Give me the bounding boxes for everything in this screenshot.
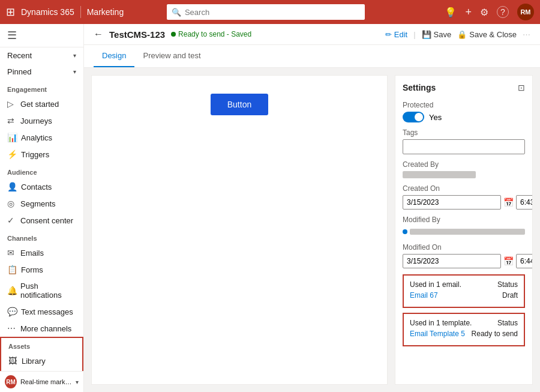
edit-button[interactable]: ✏ Edit [385, 30, 407, 39]
email-67-link[interactable]: Email 67 [410, 291, 438, 300]
tabs-bar: Design Preview and test [84, 45, 540, 68]
settings-title: Settings [403, 83, 436, 92]
bottom-caret[interactable]: ▾ [76, 379, 79, 385]
modified-by-label: Modified By [403, 216, 525, 224]
brand-name: Dynamics 365 [21, 7, 74, 17]
sidebar-recent[interactable]: Recent ▾ [0, 47, 83, 64]
settings-panel: Settings ⊡ Protected Yes Tags Created By [395, 75, 533, 385]
add-icon[interactable]: + [465, 6, 472, 19]
usage-template-status-header: Status [497, 319, 518, 327]
journeys-icon: ⇄ [7, 116, 17, 125]
save-button[interactable]: 💾 Save [422, 30, 452, 39]
forms-icon: 📋 [7, 265, 17, 274]
protected-toggle[interactable] [403, 112, 424, 122]
edit-icon: ✏ [385, 30, 392, 39]
email-template-5-link[interactable]: Email Template 5 [410, 330, 465, 338]
search-icon: 🔍 [172, 8, 181, 17]
user-avatar[interactable]: RM [517, 4, 534, 20]
sidebar-item-push-notifications[interactable]: 🔔 Push notifications [0, 278, 83, 303]
sidebar-pinned[interactable]: Pinned ▾ [0, 64, 83, 80]
modified-date-icon[interactable]: 📅 [503, 256, 514, 266]
channels-section: Channels [0, 229, 83, 244]
tags-label: Tags [403, 128, 525, 137]
tab-preview[interactable]: Preview and test [134, 45, 209, 67]
status-badge: Ready to send - Saved [171, 30, 251, 38]
settings-header: Settings ⊡ [403, 83, 525, 92]
sidebar-item-text-messages[interactable]: 💬 Text messages [0, 303, 83, 320]
usage-box-email: Used in 1 email. Status Email 67 Draft [403, 274, 525, 308]
settings-expand-icon[interactable]: ⊡ [518, 83, 525, 92]
sidebar-item-more-channels[interactable]: ⋯ More channels [0, 320, 83, 337]
created-date-input[interactable] [403, 195, 501, 210]
created-date-icon[interactable]: 📅 [503, 198, 514, 207]
app-name: Marketing [87, 7, 124, 17]
more-actions-icon[interactable]: ⋯ [523, 30, 530, 39]
back-button[interactable]: ← [94, 29, 103, 40]
created-time-input[interactable] [516, 195, 533, 210]
created-on-label: Created On [403, 184, 525, 193]
sidebar-item-forms[interactable]: 📋 Forms [0, 261, 83, 278]
assets-section: Assets [1, 338, 82, 352]
search-box[interactable]: 🔍 [167, 4, 365, 20]
usage-email-header-row: Used in 1 email. Status [410, 280, 518, 289]
segments-icon: ◎ [7, 199, 17, 208]
sidebar-item-get-started[interactable]: ▷ Get started [0, 95, 83, 112]
tags-input[interactable] [403, 139, 525, 154]
more-channels-icon: ⋯ [7, 324, 17, 333]
tab-design[interactable]: Design [94, 45, 134, 67]
top-nav: ⊞ Dynamics 365 Marketing 🔍 💡 + ⚙ ? RM [0, 0, 540, 24]
push-icon: 🔔 [7, 286, 17, 295]
bottom-avatar: RM [5, 375, 17, 388]
text-icon: 💬 [7, 307, 17, 316]
nav-icons: 💡 + ⚙ ? RM [445, 4, 534, 20]
save-icon: 💾 [422, 30, 431, 39]
recent-caret: ▾ [73, 52, 76, 59]
analytics-icon: 📊 [7, 133, 17, 142]
modified-date-input[interactable] [403, 254, 501, 268]
lightbulb-icon[interactable]: 💡 [445, 7, 457, 18]
app-layout: ☰ Recent ▾ Pinned ▾ Engagement ▷ Get sta… [0, 24, 540, 392]
created-by-value [403, 171, 476, 178]
usage-template-text: Used in 1 template. [410, 319, 472, 327]
sidebar-item-segments[interactable]: ◎ Segments [0, 195, 83, 212]
sidebar-item-emails[interactable]: ✉ Emails [0, 244, 83, 261]
sidebar-bottom[interactable]: RM Real-time marketi... ▾ [0, 371, 83, 392]
help-icon[interactable]: ? [497, 6, 509, 18]
protected-value: Yes [429, 113, 442, 122]
breadcrumb-actions: ✏ Edit | 💾 Save 🔒 Save & Close ⋯ [385, 30, 530, 39]
sidebar-item-journeys[interactable]: ⇄ Journeys [0, 112, 83, 129]
emails-icon: ✉ [7, 248, 17, 258]
audience-section: Audience [0, 163, 83, 178]
canvas-button[interactable]: Button [211, 94, 268, 115]
usage-email-status-header: Status [497, 280, 518, 289]
status-text: Ready to send - Saved [178, 30, 251, 38]
grid-icon[interactable]: ⊞ [6, 5, 15, 19]
usage-email-detail-row: Email 67 Draft [410, 291, 518, 300]
save-close-icon: 🔒 [457, 30, 467, 39]
usage-box-template: Used in 1 template. Status Email Templat… [403, 313, 525, 346]
page-title: TestCMS-123 [109, 29, 165, 40]
sidebar-item-library[interactable]: 🖼 Library [1, 352, 82, 369]
breadcrumb-bar: ← TestCMS-123 Ready to send - Saved ✏ Ed… [84, 24, 540, 45]
sidebar-hamburger[interactable]: ☰ [0, 24, 83, 47]
settings-icon[interactable]: ⚙ [480, 7, 488, 18]
hamburger-icon: ☰ [7, 29, 17, 42]
library-icon: 🖼 [8, 356, 18, 366]
contacts-icon: 👤 [7, 182, 17, 191]
sidebar-item-analytics[interactable]: 📊 Analytics [0, 129, 83, 146]
search-input[interactable] [185, 8, 360, 17]
brand: Dynamics 365 [21, 7, 74, 17]
email-template-5-status: Ready to send [472, 330, 518, 338]
sidebar-item-consent-center[interactable]: ✓ Consent center [0, 212, 83, 229]
modified-on-row: 📅 🕐 [403, 254, 525, 268]
created-by-label: Created By [403, 160, 525, 169]
modified-time-input[interactable] [516, 254, 533, 268]
consent-icon: ✓ [7, 216, 17, 225]
sidebar-item-triggers[interactable]: ⚡ Triggers [0, 146, 83, 163]
modified-on-label: Modified On [403, 243, 525, 252]
toggle-knob [415, 113, 423, 121]
get-started-icon: ▷ [7, 99, 17, 109]
save-close-button[interactable]: 🔒 Save & Close [457, 30, 517, 39]
sidebar-item-contacts[interactable]: 👤 Contacts [0, 178, 83, 195]
modified-by-bar [410, 229, 525, 235]
